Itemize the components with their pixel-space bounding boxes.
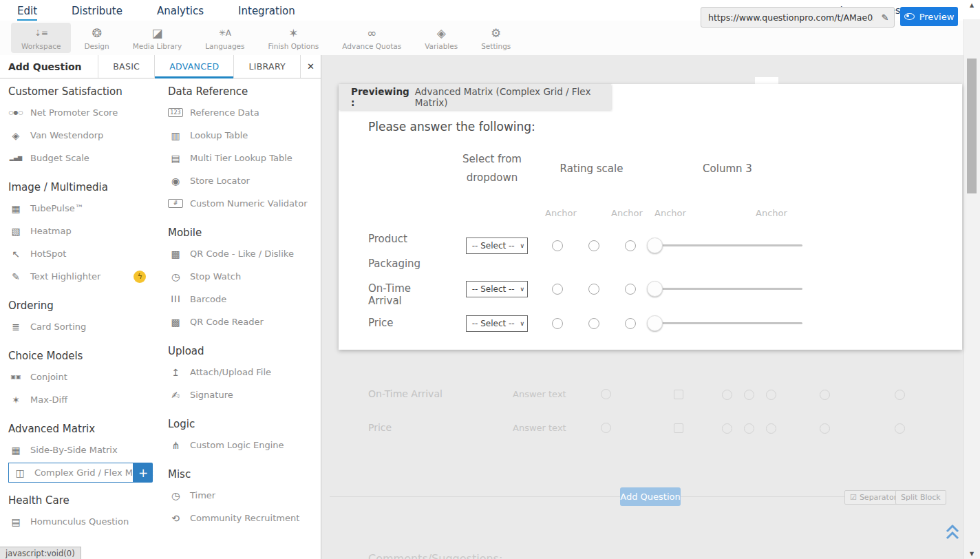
scrollbar-down-arrow-icon[interactable]: ▼: [963, 551, 980, 557]
row1-select-dropdown[interactable]: -- Select --∨: [466, 238, 528, 254]
page-scrollbar: ▲ ▼: [963, 0, 980, 559]
preview-modal: Previewing :Advanced Matrix (Complex Gri…: [339, 84, 962, 350]
tab-library[interactable]: LIBRARY: [233, 55, 300, 78]
qtype-side-by-side-matrix[interactable]: ▦Side-By-Side Matrix: [8, 439, 151, 461]
qtype-signature[interactable]: ✍Signature: [168, 383, 311, 406]
preview-button[interactable]: Preview: [900, 7, 958, 26]
qtype-card-sorting[interactable]: ≣Card Sorting: [8, 315, 151, 338]
anchor-label: Anchor: [751, 208, 792, 218]
qtype-custom-logic-engine[interactable]: ⋔Custom Logic Engine: [168, 434, 311, 456]
row3-rating-radio-3[interactable]: [625, 318, 636, 329]
row3-select-dropdown[interactable]: -- Select --∨: [466, 315, 528, 332]
toolbar-label: Design: [84, 42, 109, 50]
row1-rating-radio-1[interactable]: [552, 240, 563, 251]
preview-button-label: Preview: [919, 12, 955, 22]
qtype-hotspot[interactable]: ↖HotSpot: [8, 242, 151, 265]
add-question-button[interactable]: Add Question: [620, 487, 681, 506]
toolbar-variables[interactable]: ◈Variables: [414, 23, 468, 53]
toolbar-workspace[interactable]: ⇣≡Workspace: [11, 23, 71, 53]
matrix-row-label: Price: [368, 317, 437, 329]
qtype-conjoint[interactable]: ▣▣Conjoint: [8, 366, 151, 388]
toolbar-advance-quotas[interactable]: ∞Advance Quotas: [332, 23, 412, 53]
nav-tab-distribute[interactable]: Distribute: [54, 3, 140, 18]
qtype-reference-data[interactable]: 123Reference Data: [168, 101, 311, 124]
workspace-icon: ⇣≡: [34, 25, 48, 41]
slider-handle[interactable]: [647, 281, 663, 297]
qtype-label: TubePulse™: [30, 203, 84, 213]
qtype-barcode[interactable]: ┃┃┃Barcode: [168, 288, 311, 310]
toolbar-settings[interactable]: ⚙Settings: [471, 23, 521, 53]
status-bar-link-hint: javascript:void(0): [0, 547, 81, 559]
qtype-heatmap[interactable]: ▧Heatmap: [8, 220, 151, 242]
qtype-max-diff[interactable]: ✶Max-Diff: [8, 388, 151, 411]
palette-icon: ❂: [92, 25, 101, 41]
qtype-lookup-table[interactable]: ▥Lookup Table: [168, 124, 311, 147]
row3-rating-radio-1[interactable]: [552, 318, 563, 329]
previewing-chip: Previewing :Advanced Matrix (Complex Gri…: [339, 84, 611, 110]
split-block-button[interactable]: Split Block: [895, 490, 946, 505]
toolbar-languages[interactable]: ✳ALanguages: [195, 23, 255, 53]
qtype-text-highlighter[interactable]: ✎Text Highlighterϟ: [8, 265, 151, 288]
slider-track[interactable]: [647, 322, 802, 324]
editor-radio: [744, 390, 754, 400]
separator-button[interactable]: ☑Separator: [844, 490, 902, 505]
qtype-multi-tier-lookup-table[interactable]: ▤Multi Tier Lookup Table: [168, 147, 311, 169]
qtype-homunculus-question[interactable]: ▤Homunculus Question: [8, 510, 151, 533]
qtype-timer[interactable]: ◷Timer: [168, 484, 311, 507]
slider-track[interactable]: [647, 288, 802, 290]
toolbar-label: Finish Options: [268, 42, 319, 50]
add-question-plus-button[interactable]: +: [134, 463, 153, 483]
qtype-budget-scale[interactable]: ▂▄▆Budget Scale: [8, 147, 151, 169]
slider-handle[interactable]: [647, 315, 663, 331]
qtype-community-recruitment[interactable]: ⟲Community Recruitment: [168, 507, 311, 529]
column-header-select-from-dropdown: Select from dropdown: [461, 150, 523, 187]
qtype-stop-watch[interactable]: ◷Stop Watch: [168, 265, 311, 288]
qtype-label: Reference Data: [190, 107, 259, 118]
matrix-icon: ▦: [8, 445, 23, 456]
section-image-multimedia: Image / Multimedia: [8, 181, 151, 193]
toolbar-finish-options[interactable]: ✶Finish Options: [258, 23, 330, 53]
qtype-tubepulse[interactable]: ▦TubePulse™: [8, 197, 151, 220]
nav-tab-integration[interactable]: Integration: [221, 3, 312, 18]
qtype-attach-upload-file[interactable]: ↥Attach/Upload File: [168, 361, 311, 383]
qtype-label: Net Promoter Score: [30, 107, 118, 118]
row1-rating-radio-3[interactable]: [625, 240, 636, 251]
row1-rating-radio-2[interactable]: [588, 240, 599, 251]
survey-url-input[interactable]: [701, 12, 876, 23]
row2-rating-radio-3[interactable]: [625, 284, 636, 295]
scrollbar-up-arrow-icon[interactable]: ▲: [963, 2, 980, 8]
qtype-van-westendorp[interactable]: ◈Van Westendorp: [8, 124, 151, 147]
nav-tab-analytics[interactable]: Analytics: [140, 3, 221, 18]
qtype-net-promoter-score[interactable]: ○●○Net Promoter Score: [8, 101, 151, 124]
row2-rating-radio-2[interactable]: [588, 284, 599, 295]
caret-down-icon: ∨: [520, 286, 524, 293]
timer-icon: ◷: [168, 490, 183, 501]
close-icon[interactable]: ✕: [300, 55, 321, 78]
qtype-qr-code-reader[interactable]: ▩QR Code Reader: [168, 310, 311, 333]
section-ordering: Ordering: [8, 299, 151, 312]
slider-handle[interactable]: [647, 238, 663, 253]
qtype-custom-numeric-validator[interactable]: #Custom Numeric Validator: [168, 192, 311, 215]
toolbar-design[interactable]: ❂Design: [74, 23, 119, 53]
qtype-label: QR Code - Like / Dislike: [190, 249, 294, 259]
row3-rating-radio-2[interactable]: [588, 318, 599, 329]
tab-basic[interactable]: BASIC: [98, 55, 154, 78]
wand-icon: ✶: [288, 25, 298, 41]
tab-advanced[interactable]: ADVANCED: [154, 55, 233, 78]
row2-rating-radio-1[interactable]: [552, 284, 563, 295]
qtype-complex-grid-flex-matrix[interactable]: ◫Complex Grid / Flex Matrix: [8, 463, 134, 483]
nav-tab-edit[interactable]: Edit: [0, 3, 54, 18]
editor-radio: [766, 390, 776, 400]
comments-suggestions-label: Comments/Suggestions:: [368, 552, 502, 559]
section-health-care: Health Care: [8, 494, 151, 507]
editor-checkbox: [674, 423, 683, 433]
scroll-to-top-chevrons[interactable]: [944, 523, 961, 541]
slider-track[interactable]: [647, 244, 802, 246]
qtype-store-locator[interactable]: ◉Store Locator: [168, 169, 311, 192]
toolbar-media-library[interactable]: ◪Media Library: [122, 23, 193, 53]
scrollbar-thumb[interactable]: [967, 59, 977, 193]
row2-select-dropdown[interactable]: -- Select --∨: [466, 281, 528, 297]
section-customer-satisfaction: Customer Satisfaction: [8, 85, 151, 98]
edit-url-pencil-icon[interactable]: ✎: [876, 12, 894, 23]
qtype-qr-code-like-dislike[interactable]: ▩QR Code - Like / Dislike: [168, 242, 311, 265]
